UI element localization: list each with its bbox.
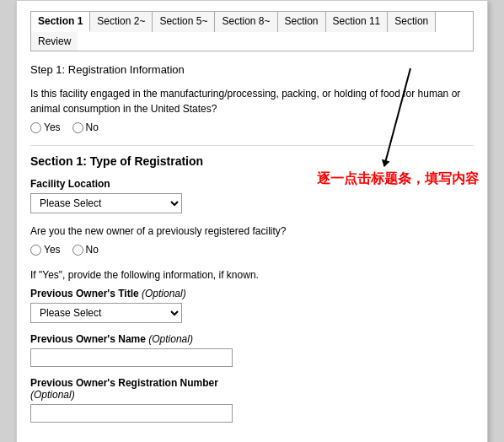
tab-section-extra[interactable]: Section (388, 12, 436, 32)
arrow-line (383, 68, 411, 166)
question1-radio-group: Yes No (30, 121, 474, 133)
prev-owner-name-input[interactable] (30, 348, 233, 367)
question2-no-radio[interactable] (72, 245, 83, 256)
question2-yes-option[interactable]: Yes (30, 244, 61, 256)
tab-section-misc[interactable]: Section (278, 12, 326, 32)
tab-review[interactable]: Review (31, 32, 78, 51)
question1-yes-option[interactable]: Yes (30, 121, 61, 133)
prev-owner-title-label: Previous Owner's Title (Optional) (30, 288, 474, 299)
question1-text: Is this facility engaged in the manufact… (30, 86, 474, 116)
question2-no-option[interactable]: No (72, 244, 99, 256)
page-container: Section 1 Section 2~ Section 5~ Section … (16, 0, 488, 442)
question2-text: Are you the new owner of a previously re… (30, 224, 474, 239)
question2-no-label: No (86, 244, 99, 256)
tab-section1[interactable]: Section 1 (31, 12, 90, 32)
prev-owner-reg-input[interactable] (30, 404, 233, 423)
prev-owner-name-label: Previous Owner's Name (Optional) (30, 333, 474, 345)
question1-yes-radio[interactable] (30, 122, 41, 133)
facility-location-select[interactable]: Please Select (30, 193, 182, 213)
question1-no-radio[interactable] (72, 122, 83, 133)
tab-section5[interactable]: Section 5~ (153, 12, 215, 32)
question1-no-option[interactable]: No (72, 121, 99, 133)
question2-yes-radio[interactable] (30, 245, 41, 256)
annotation: 逐一点击标题条，填写内容 (317, 136, 479, 188)
question1-no-label: No (86, 121, 99, 133)
tab-section11[interactable]: Section 11 (326, 12, 389, 32)
prev-owner-title-select[interactable]: Please Select (30, 303, 182, 323)
question2-yes-label: Yes (44, 244, 61, 256)
annotation-text: 逐一点击标题条，填写内容 (317, 170, 479, 188)
tab-bar: Section 1 Section 2~ Section 5~ Section … (30, 11, 474, 51)
tab-section8[interactable]: Section 8~ (215, 12, 277, 32)
tab-section2[interactable]: Section 2~ (90, 12, 153, 32)
question1-yes-label: Yes (44, 121, 61, 133)
prev-owner-reg-label: Previous Owner's Registration Number(Opt… (30, 377, 474, 401)
question2-radio-group: Yes No (30, 244, 474, 256)
question2-followup-text: If "Yes", provide the following informat… (30, 267, 474, 283)
